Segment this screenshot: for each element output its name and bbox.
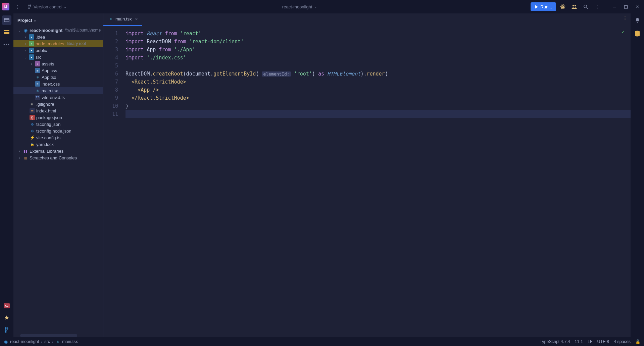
tree-file-main-tsx[interactable]: ⚛ main.tsx (13, 87, 103, 94)
inspection-ok-icon[interactable]: ✓ (622, 29, 625, 35)
tree-label: vite.config.ts (36, 135, 60, 140)
parameter-hint: elementId: (262, 71, 291, 77)
services-tool-button[interactable] (2, 313, 11, 323)
status-readonly-icon[interactable]: 🔓 (635, 339, 641, 344)
project-icon: ◉ (23, 28, 28, 33)
tree-label: package.json (36, 115, 62, 120)
code-line[interactable]: </React.StrictMode> (126, 94, 631, 102)
tree-file-index-css[interactable]: ≡ index.css (13, 81, 103, 87)
status-typescript[interactable]: TypeScript 4.7.4 (540, 339, 570, 344)
status-caret-pos[interactable]: 11:1 (575, 339, 583, 344)
version-control-dropdown[interactable]: Version control ⌄ (26, 4, 68, 9)
folder-icon: ▪ (35, 61, 40, 66)
tree-hint: \\wsl$\Ubuntu\home (65, 28, 101, 33)
vcs-label: Version control (34, 4, 62, 9)
minimize-window-icon[interactable]: ─ (610, 2, 619, 11)
code-line[interactable]: ReactDOM.createRoot(document.getElementB… (126, 70, 631, 78)
tree-file-index-html[interactable]: ≣ index.html (13, 107, 103, 114)
tree-label: tsconfig.json (36, 122, 60, 127)
tree-root[interactable]: ⌄ ◉ react-moonlight \\wsl$\Ubuntu\home (13, 27, 103, 34)
overflow-menu-icon[interactable]: ⋮ (592, 2, 602, 11)
line-number: 11 (103, 110, 118, 118)
chevron-down-icon: ⌄ (17, 29, 21, 32)
structure-tool-button[interactable] (2, 28, 11, 37)
status-line-sep[interactable]: LF (588, 339, 593, 344)
line-number: 1 (103, 30, 118, 38)
line-number: 2 (103, 38, 118, 46)
tree-file-gitignore[interactable]: ◆ .gitignore (13, 101, 103, 107)
editor-gutter: 1 2 3 4 5 6 7 8 9 10 11 (103, 26, 124, 337)
project-panel-header[interactable]: Project ⌄ (13, 13, 103, 27)
tree-file-tsconfig[interactable]: ⚙ tsconfig.json (13, 121, 103, 128)
chevron-down-icon: ⌄ (64, 5, 66, 9)
notifications-icon[interactable] (633, 15, 642, 25)
line-number: 9 (103, 94, 118, 102)
breadcrumb-src[interactable]: src (44, 339, 50, 344)
line-number: 3 (103, 46, 118, 54)
svg-point-0 (562, 6, 563, 7)
tree-label: src (36, 55, 41, 60)
tree-folder-public[interactable]: › ▪ public (13, 47, 103, 54)
chevron-down-icon[interactable]: ⌄ (314, 5, 317, 9)
tree-label: .idea (36, 35, 45, 40)
scratch-icon: ▤ (23, 155, 28, 160)
status-encoding[interactable]: UTF-8 (597, 339, 609, 344)
line-number: 6 (103, 70, 118, 78)
tree-file-vite-env[interactable]: TS vite-env.d.ts (13, 94, 103, 101)
code-line[interactable] (126, 62, 631, 70)
css-file-icon: ≡ (35, 68, 40, 73)
code-line[interactable]: ) (126, 102, 631, 110)
tree-file-yarn-lock[interactable]: 🔒 yarn.lock (13, 141, 103, 148)
tsconfig-icon: ⚙ (30, 121, 35, 127)
tree-folder-node-modules[interactable]: › ▪ node_modules library root (13, 40, 103, 47)
breadcrumb-project[interactable]: react-moonlight (10, 339, 39, 344)
chevron-right-icon: › (23, 35, 28, 39)
project-tool-button[interactable] (2, 15, 11, 25)
tree-folder-idea[interactable]: › ▪ .idea (13, 34, 103, 40)
tree-folder-src[interactable]: ⌄ ▪ src (13, 54, 103, 60)
run-button[interactable]: Run... (531, 2, 556, 11)
code-line[interactable]: import ReactDOM from 'react-dom/client' (126, 38, 631, 46)
close-window-icon[interactable]: ✕ (633, 2, 642, 11)
line-number: 10 (103, 102, 118, 110)
code-editor[interactable]: ✓ 1 2 3 4 5 6 7 8 9 10 11 import React f… (103, 26, 631, 337)
collaborators-icon[interactable] (569, 2, 579, 11)
chevron-right-icon: › (23, 49, 28, 52)
tree-file-app-tsx[interactable]: ⚛ App.tsx (13, 74, 103, 81)
code-line[interactable]: import React from 'react' (126, 30, 631, 38)
tree-label: node_modules (36, 41, 64, 46)
terminal-tool-button[interactable] (2, 301, 11, 310)
editor-actions-icon[interactable]: ⋮ (623, 15, 627, 20)
editor-tab-main-tsx[interactable]: ⚛ main.tsx × (103, 13, 142, 26)
tree-folder-assets[interactable]: › ▪ assets (13, 60, 103, 67)
code-line-current[interactable] (126, 110, 631, 118)
tree-scratches[interactable]: › ▤ Scratches and Consoles (13, 154, 103, 161)
project-name-title[interactable]: react-moonlight (282, 4, 312, 9)
status-indent[interactable]: 4 spaces (614, 339, 631, 344)
database-tool-icon[interactable] (633, 29, 642, 38)
code-line[interactable]: <App /> (126, 86, 631, 94)
search-icon[interactable] (581, 2, 590, 11)
ide-logo[interactable]: IJ (2, 3, 9, 10)
tree-label: App.tsx (42, 75, 56, 80)
tree-file-vite-config[interactable]: ⚡ vite.config.ts (13, 134, 103, 141)
maximize-window-icon[interactable] (621, 2, 631, 11)
tree-file-tsconfig-node[interactable]: ⚙ tsconfig.node.json (13, 128, 103, 134)
code-line[interactable]: <React.StrictMode> (126, 78, 631, 86)
tree-file-package-json[interactable]: {} package.json (13, 114, 103, 121)
code-line[interactable]: import App from './App' (126, 46, 631, 54)
folder-icon: ▪ (29, 34, 34, 40)
breadcrumb-file[interactable]: main.tsx (62, 339, 78, 344)
tree-label: .gitignore (36, 102, 54, 107)
code-with-me-icon[interactable] (558, 2, 567, 11)
tree-file-app-css[interactable]: ≡ App.css (13, 67, 103, 74)
code-line[interactable]: import './index.css' (126, 54, 631, 62)
editor-lines[interactable]: import React from 'react' import ReactDO… (124, 26, 631, 337)
close-tab-icon[interactable]: × (135, 16, 138, 22)
tree-external-libraries[interactable]: › ▮▮ External Libraries (13, 148, 103, 154)
more-tools-icon[interactable]: ••• (2, 40, 11, 49)
svg-point-4 (573, 5, 574, 7)
git-tool-button[interactable] (2, 325, 11, 335)
main-menu-icon[interactable]: ⋮ (13, 2, 22, 11)
tree-horizontal-scrollbar[interactable] (20, 334, 77, 337)
